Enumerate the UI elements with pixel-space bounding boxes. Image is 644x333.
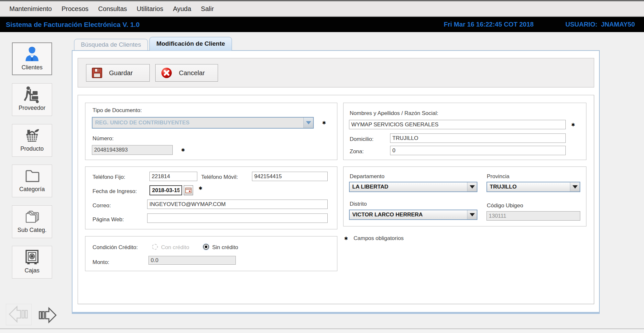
group-credito: Condición Crédito: Con crédito Sin crédi…: [85, 236, 337, 271]
cancel-button[interactable]: Cancelar: [155, 64, 218, 82]
datetime-text: Fri Mar 16 16:22:45 COT 2018: [444, 17, 534, 32]
required-asterisk: ✱: [322, 120, 326, 125]
user-value: JNAMAY50: [601, 17, 635, 32]
toolbar-panel: Guardar Cancelar: [78, 58, 594, 87]
sidebar-item-cajas[interactable]: Cajas: [12, 246, 52, 279]
numero-label: Número:: [93, 135, 114, 142]
correo-field[interactable]: [147, 200, 328, 209]
nombres-label: Nombres y Apellidos / Razón Social:: [350, 110, 438, 117]
provincia-combobox[interactable]: TRUJILLO: [486, 182, 580, 192]
group-ubicacion: Departamento LA LIBERTAD Provincia TRUJI…: [343, 166, 586, 226]
tipo-documento-combobox: REG. UNICO DE CONTRIBUYENTES: [92, 117, 314, 129]
nav-forward-button[interactable]: [34, 306, 60, 325]
pagina-web-label: Página Web:: [93, 216, 124, 223]
numero-field: [92, 145, 173, 155]
sidebar-item-clientes[interactable]: Clientes: [12, 42, 52, 75]
sidebar-item-subcateg[interactable]: Sub Categ.: [12, 205, 52, 238]
required-asterisk: ✱: [344, 236, 348, 241]
product-basket-icon: [23, 126, 41, 145]
sidebar-item-label: Sub Categ.: [12, 227, 52, 234]
nav-back-button[interactable]: [6, 304, 32, 325]
monto-field: [148, 256, 236, 265]
client-person-icon: [23, 45, 41, 64]
tipo-documento-value: REG. UNICO DE CONTRIBUYENTES: [93, 118, 303, 128]
departamento-label: Departamento: [350, 173, 385, 180]
save-button-label: Guardar: [109, 69, 133, 77]
tab-modificacion-de-cliente[interactable]: Modificación de Cliente: [149, 37, 232, 51]
sidebar-item-proveedor[interactable]: Proveedor: [12, 83, 52, 116]
menu-procesos[interactable]: Procesos: [57, 5, 93, 13]
codigo-ubigeo-field: [486, 211, 580, 221]
calendar-picker-button[interactable]: [184, 185, 193, 195]
condicion-credito-label: Condición Crédito:: [93, 244, 138, 251]
app-title: Sistema de Facturación Electrónica V. 1.…: [6, 17, 140, 32]
telefono-fijo-label: Teléfono Fijo:: [93, 174, 125, 180]
client-form-panel: Tipo de Documento: REG. UNICO DE CONTRIB…: [78, 95, 594, 304]
category-folder-icon: [23, 167, 41, 186]
chevron-down-icon: [467, 210, 477, 219]
subcategory-folders-icon: [23, 208, 41, 226]
nombres-field[interactable]: [349, 120, 566, 129]
departamento-value: LA LIBERTAD: [350, 182, 467, 191]
cashbox-safe-icon: [23, 248, 41, 267]
zona-label: Zona:: [350, 148, 364, 155]
arrow-left-icon: [7, 305, 30, 324]
menu-consultas[interactable]: Consultas: [93, 5, 132, 13]
telefono-movil-field[interactable]: [252, 172, 328, 181]
codigo-ubigeo-label: Código Ubigeo: [487, 202, 523, 209]
telefono-movil-label: Teléfono Móvil:: [201, 174, 238, 180]
provincia-value: TRUJILLO: [487, 182, 570, 191]
menu-ayuda[interactable]: Ayuda: [168, 5, 196, 13]
domicilio-label: Domicilio:: [350, 136, 374, 143]
sidebar-item-producto[interactable]: Producto: [12, 124, 52, 157]
sidebar-item-categoria[interactable]: Categoría: [12, 165, 52, 197]
tab-busqueda-de-clientes[interactable]: Búsqueda de Clientes: [74, 39, 148, 50]
status-bar: [0, 328, 644, 333]
title-bar: Sistema de Facturación Electrónica V. 1.…: [0, 17, 644, 32]
group-identidad: Nombres y Apellidos / Razón Social: ✱ Do…: [343, 103, 586, 160]
correo-label: Correo:: [93, 202, 111, 209]
radio-sin-credito[interactable]: [203, 244, 209, 250]
required-asterisk: ✱: [199, 186, 202, 191]
sidebar-item-label: Proveedor: [12, 105, 52, 111]
main-panel: Búsqueda de Clientes Modificación de Cli…: [72, 36, 600, 314]
departamento-combobox[interactable]: LA LIBERTAD: [349, 182, 477, 192]
sidebar-item-label: Cajas: [12, 267, 52, 274]
monto-label: Monto:: [93, 259, 109, 266]
group-contacto: Teléfono Fijo: Teléfono Móvil: Fecha de …: [85, 166, 337, 229]
supplier-handtruck-icon: [23, 86, 41, 104]
menu-salir[interactable]: Salir: [196, 5, 219, 13]
fecha-ingreso-field[interactable]: [149, 185, 182, 195]
required-asterisk: ✱: [181, 147, 185, 153]
fecha-ingreso-label: Fecha de Ingreso:: [93, 188, 137, 195]
zona-field[interactable]: [390, 146, 566, 155]
distrito-combobox[interactable]: VICTOR LARCO HERRERA: [349, 210, 477, 220]
menu-bar: Mantenimiento Procesos Consultas Utilita…: [0, 0, 644, 17]
tipo-documento-label: Tipo de Documento:: [93, 107, 142, 114]
required-note: Campos obligatorios: [354, 235, 404, 242]
chevron-down-icon: [570, 182, 580, 191]
menu-mantenimiento[interactable]: Mantenimiento: [5, 5, 57, 13]
pagina-web-field[interactable]: [147, 213, 328, 223]
provincia-label: Provincia: [487, 173, 509, 180]
tab-content: Guardar Cancelar: [72, 50, 600, 314]
radio-con-credito: [152, 244, 158, 250]
cancel-button-label: Cancelar: [179, 69, 205, 77]
menu-utilitarios[interactable]: Utilitarios: [132, 5, 168, 13]
sidebar-item-label: Clientes: [13, 64, 51, 71]
chevron-down-icon: [303, 118, 313, 128]
arrow-right-icon: [36, 306, 59, 324]
app-window: Mantenimiento Procesos Consultas Utilita…: [0, 0, 644, 333]
radio-con-credito-label: Con crédito: [161, 244, 189, 251]
save-button[interactable]: Guardar: [86, 64, 150, 82]
chevron-down-icon: [467, 182, 477, 191]
save-floppy-icon: [92, 67, 103, 78]
group-documento: Tipo de Documento: REG. UNICO DE CONTRIB…: [85, 103, 337, 160]
distrito-value: VICTOR LARCO HERRERA: [350, 210, 467, 219]
radio-sin-credito-label: Sin crédito: [212, 244, 238, 251]
telefono-fijo-field[interactable]: [149, 172, 197, 181]
required-asterisk: ✱: [571, 122, 575, 127]
domicilio-field[interactable]: [390, 133, 566, 143]
sidebar-item-label: Categoría: [12, 186, 52, 193]
user-label: USUARIO:: [565, 17, 597, 32]
